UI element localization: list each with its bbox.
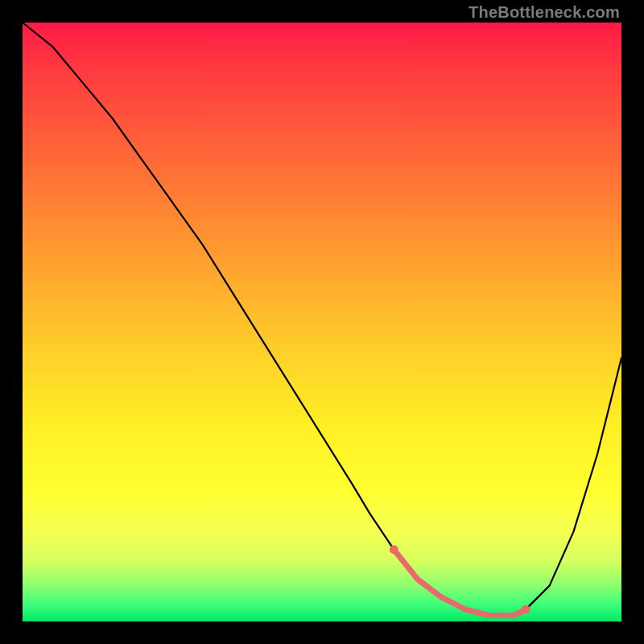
optimal-band xyxy=(394,550,526,616)
chart-svg xyxy=(23,23,621,621)
optimal-start-dot xyxy=(390,545,398,554)
bottleneck-curve xyxy=(23,23,621,616)
watermark-text: TheBottleneck.com xyxy=(469,3,620,22)
optimal-end-dot xyxy=(522,605,530,614)
chart-frame xyxy=(23,23,621,621)
